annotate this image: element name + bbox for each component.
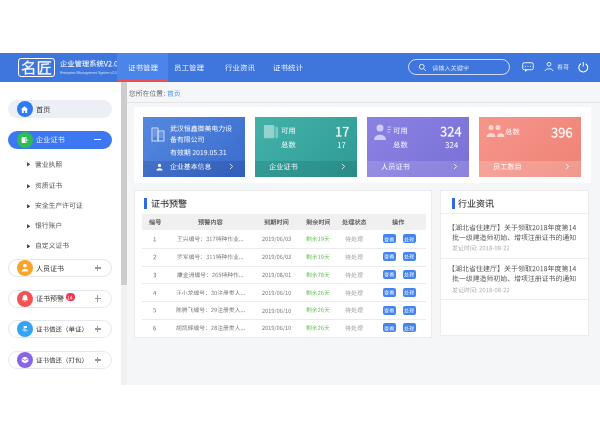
svg-text:Enterprise Management System v: Enterprise Management System v2.0 — [60, 70, 118, 75]
